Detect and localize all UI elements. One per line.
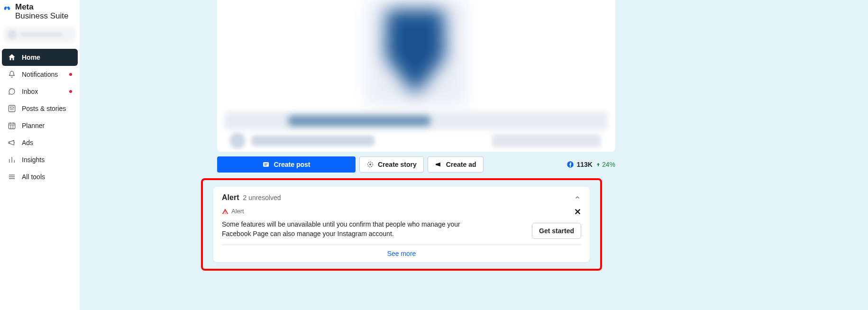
create-post-button[interactable]: Create post bbox=[217, 156, 356, 173]
unread-dot bbox=[69, 90, 72, 93]
sidebar-item-posts[interactable]: Posts & stories bbox=[2, 100, 78, 117]
sidebar-item-label: Insights bbox=[22, 156, 45, 164]
create-story-button[interactable]: Create story bbox=[359, 156, 424, 173]
sidebar-item-label: All tools bbox=[22, 173, 45, 181]
sidebar-item-ads[interactable]: Ads bbox=[2, 134, 78, 151]
close-icon[interactable]: ✕ bbox=[574, 208, 581, 216]
brand-text: Meta Business Suite bbox=[15, 3, 68, 20]
sidebar: Meta Business Suite Home Notifications bbox=[0, 0, 80, 310]
create-ad-label: Create ad bbox=[446, 161, 476, 168]
create-story-label: Create story bbox=[378, 161, 417, 168]
warning-icon bbox=[222, 208, 228, 215]
alert-subtitle: 2 unresolved bbox=[243, 194, 281, 201]
svg-rect-3 bbox=[9, 123, 15, 129]
sidebar-item-insights[interactable]: Insights bbox=[2, 151, 78, 168]
sidebar-item-inbox[interactable]: Inbox bbox=[2, 83, 78, 100]
sidebar-item-label: Ads bbox=[22, 139, 33, 146]
alert-title: Alert bbox=[222, 193, 239, 202]
app-root: Meta Business Suite Home Notifications bbox=[0, 0, 868, 310]
megaphone-icon bbox=[8, 138, 16, 147]
reach-stat: 113K 24% bbox=[566, 161, 616, 168]
reach-change-value: 24% bbox=[602, 161, 615, 168]
brand-line2: Business Suite bbox=[15, 12, 68, 21]
reach-change: 24% bbox=[595, 161, 615, 168]
page-header-card bbox=[217, 0, 615, 152]
posts-icon bbox=[8, 104, 16, 113]
ad-megaphone-icon bbox=[435, 161, 442, 168]
compose-icon bbox=[262, 161, 270, 168]
annotation-highlight: Alert 2 unresolved Alert bbox=[201, 178, 602, 271]
page-meta-row-placeholder bbox=[225, 132, 608, 150]
alert-card: Alert 2 unresolved Alert bbox=[213, 187, 590, 262]
sidebar-item-home[interactable]: Home bbox=[2, 49, 78, 66]
sidebar-item-label: Planner bbox=[22, 122, 45, 129]
svg-rect-14 bbox=[225, 211, 225, 212]
page-title-text-placeholder bbox=[251, 136, 375, 146]
chart-icon bbox=[8, 155, 16, 164]
svg-rect-9 bbox=[263, 162, 269, 166]
sidebar-item-label: Notifications bbox=[22, 71, 58, 78]
main-content: Create post Create story Create ad bbox=[80, 0, 868, 310]
meta-logo-icon bbox=[4, 4, 11, 12]
arrow-up-icon bbox=[595, 162, 601, 167]
see-more-label: See more bbox=[387, 250, 416, 257]
sidebar-item-notifications[interactable]: Notifications bbox=[2, 66, 78, 83]
brand: Meta Business Suite bbox=[0, 0, 80, 21]
alert-message: Some features will be unavailable until … bbox=[222, 219, 487, 239]
svg-rect-15 bbox=[225, 213, 225, 213]
get-started-label: Get started bbox=[539, 227, 574, 235]
divider bbox=[222, 245, 581, 245]
facebook-icon bbox=[566, 161, 574, 168]
story-icon bbox=[366, 161, 374, 168]
alert-body-left: Alert Some features will be unavailable … bbox=[222, 208, 526, 239]
unread-dot bbox=[69, 73, 72, 76]
sidebar-item-label: Home bbox=[22, 54, 40, 61]
menu-icon bbox=[8, 173, 16, 181]
page-switcher-placeholder bbox=[492, 134, 601, 147]
create-ad-button[interactable]: Create ad bbox=[428, 156, 484, 173]
account-selector[interactable] bbox=[4, 26, 76, 43]
alert-badge-label: Alert bbox=[231, 208, 244, 215]
alert-badge: Alert bbox=[222, 208, 526, 215]
see-more-link[interactable]: See more bbox=[222, 247, 581, 258]
sidebar-item-label: Inbox bbox=[22, 88, 38, 95]
home-icon bbox=[8, 53, 16, 62]
collapse-icon[interactable] bbox=[574, 194, 581, 201]
avatar-placeholder bbox=[229, 133, 246, 149]
bell-icon bbox=[8, 70, 16, 79]
brand-line1: Meta bbox=[15, 3, 68, 12]
chat-icon bbox=[8, 87, 16, 96]
actions-row: Create post Create story Create ad bbox=[217, 156, 615, 173]
calendar-icon bbox=[8, 121, 16, 130]
sidebar-item-all-tools[interactable]: All tools bbox=[2, 168, 78, 185]
sidebar-item-label: Posts & stories bbox=[22, 105, 66, 112]
page-name-strip-placeholder bbox=[225, 112, 608, 130]
alert-header: Alert 2 unresolved bbox=[222, 193, 581, 202]
sidebar-nav: Home Notifications Inbox P bbox=[0, 49, 80, 185]
svg-rect-0 bbox=[9, 106, 15, 112]
sidebar-item-planner[interactable]: Planner bbox=[2, 117, 78, 134]
create-post-label: Create post bbox=[274, 161, 310, 168]
alert-body: Alert Some features will be unavailable … bbox=[222, 208, 581, 239]
get-started-button[interactable]: Get started bbox=[532, 223, 581, 239]
alert-body-right: ✕ Get started bbox=[532, 208, 581, 239]
svg-rect-1 bbox=[10, 107, 14, 109]
content-column: Create post Create story Create ad bbox=[217, 0, 615, 271]
page-logo-placeholder bbox=[366, 0, 466, 105]
reach-value: 113K bbox=[577, 161, 593, 168]
